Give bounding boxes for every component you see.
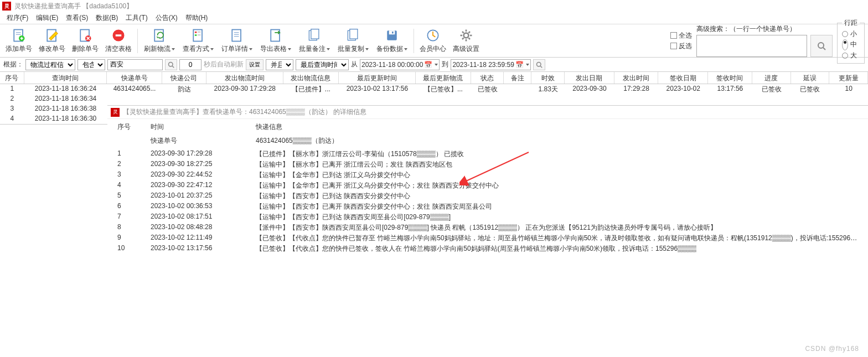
- filter-and-select[interactable]: 并且: [266, 59, 293, 70]
- svg-rect-11: [195, 32, 197, 33]
- detail-seq: 7: [112, 212, 145, 223]
- table-row[interactable]: 12023-11-18 16:36:244631424065...韵达2023-…: [0, 84, 868, 94]
- detail-row[interactable]: 52023-10-01 20:37:25【运输中】【西安市】已到达 陕西西安分拨…: [112, 191, 864, 201]
- tb-edit[interactable]: 修改单号: [37, 27, 68, 55]
- detail-time: 2023-10-02 08:48:28: [145, 223, 250, 233]
- grid-col-header[interactable]: 签收时间: [708, 72, 752, 84]
- menu-notice[interactable]: 公告(X): [152, 12, 181, 24]
- menu-data[interactable]: 数据(B): [92, 12, 121, 24]
- tb-member-label: 会员中心: [420, 44, 446, 54]
- tb-batchcopy[interactable]: 批量复制: [335, 27, 371, 55]
- filter-field-select[interactable]: 物流过程信息: [25, 59, 75, 70]
- detail-row[interactable]: 102023-10-02 13:17:56【已签收】【代收点】您的快件已签收，签…: [112, 244, 864, 254]
- tb-detail[interactable]: 订单详情: [219, 27, 255, 55]
- grid-col-header[interactable]: 更新量: [829, 72, 868, 84]
- detail-seq: 6: [112, 201, 145, 212]
- tb-viewmode[interactable]: 查看方式: [180, 27, 216, 55]
- filter-keyword-input[interactable]: [107, 59, 163, 70]
- table-cell: 13:17:56: [708, 84, 752, 94]
- detail-row[interactable]: 72023-10-02 08:17:51【运输中】【西安市】已到达 陕西西安周至…: [112, 212, 864, 223]
- date-search-button[interactable]: [533, 59, 545, 70]
- detail-row[interactable]: 42023-09-30 22:47:12【运输中】【金华市】已离开 浙江义乌分拨…: [112, 180, 864, 191]
- grid-col-header[interactable]: 进度: [752, 72, 791, 84]
- grid-col-header[interactable]: 快递公司: [162, 72, 206, 84]
- detail-row[interactable]: 62023-10-02 00:36:53【运输中】【西安市】已离开 陕西西安分拨…: [112, 201, 864, 212]
- tb-delete[interactable]: 删除单号: [70, 27, 101, 55]
- tb-export[interactable]: 导出表格: [257, 27, 294, 55]
- detail-time: 2023-10-02 00:36:53: [145, 201, 250, 212]
- filter-lastfield-select[interactable]: 最后查询时间: [296, 59, 349, 70]
- settings-icon: [458, 28, 474, 43]
- table-row[interactable]: 22023-11-18 16:36:34: [0, 94, 868, 104]
- menu-tools[interactable]: 工具(T): [122, 12, 151, 24]
- detail-seq: 3: [112, 170, 145, 180]
- adv-search-input[interactable]: [696, 35, 807, 57]
- view-icon: [190, 28, 206, 43]
- detail-msg: 【已揽件】【丽水市】浙江缙云公司-李菊仙（1510578▒▒▒▒） 已揽收: [250, 149, 864, 159]
- menu-view[interactable]: 查看(S): [63, 12, 91, 24]
- linespace-mid[interactable]: 中: [842, 39, 860, 50]
- detail-time: 2023-09-30 18:27:25: [145, 159, 250, 170]
- filter-search-button[interactable]: [165, 59, 177, 70]
- grid-col-header[interactable]: 最后更新物流: [416, 72, 471, 84]
- backup-icon: [384, 28, 400, 43]
- grid-col-header[interactable]: 状态: [471, 72, 504, 84]
- grid-col-header[interactable]: 延误: [791, 72, 830, 84]
- menu-program[interactable]: 程序(F): [3, 12, 32, 24]
- autorefresh-set-button[interactable]: 设置: [246, 59, 264, 70]
- batchcopy-icon: [345, 28, 361, 43]
- grid-col-header[interactable]: 备注: [504, 72, 531, 84]
- detail-row[interactable]: 92023-10-02 12:11:49【已签收】【代收点】您的快件已暂存至 竹…: [112, 233, 864, 244]
- menu-edit[interactable]: 编辑(E): [33, 12, 61, 24]
- svg-rect-15: [232, 30, 241, 42]
- adv-search-button[interactable]: [810, 35, 833, 57]
- grid-col-header[interactable]: 序号: [0, 72, 24, 84]
- date-to-input[interactable]: 2023-11-18 23:59:59📅: [451, 59, 530, 70]
- grid-col-header[interactable]: 发出物流信息: [283, 72, 339, 84]
- search-icon: [168, 61, 174, 68]
- detail-msg: 【运输中】【西安市】已离开 陕西西安分拨交付中心；发往 陕西西安周至县公司: [250, 201, 864, 212]
- detail-time: 2023-09-30 17:29:28: [145, 149, 250, 159]
- tb-member[interactable]: 会员中心: [417, 27, 448, 55]
- grid-col-header[interactable]: 查询时间: [24, 72, 107, 84]
- table-cell: 17:29:28: [614, 84, 659, 94]
- detail-row[interactable]: 82023-10-02 08:48:28【派件中】【西安市】陕西西安周至县公司[…: [112, 223, 864, 233]
- table-cell: [504, 84, 531, 94]
- autorefresh-seconds[interactable]: [179, 59, 202, 70]
- tb-settings[interactable]: 高级设置: [451, 27, 482, 55]
- tb-add[interactable]: 添加单号: [3, 27, 34, 55]
- linespace-big[interactable]: 大: [842, 51, 860, 60]
- table-cell: 1: [0, 84, 24, 94]
- grid-col-header[interactable]: 最后更新时间: [339, 72, 416, 84]
- clear-icon: [111, 28, 126, 43]
- tb-refresh[interactable]: 刷新物流: [141, 27, 178, 55]
- grid-col-header[interactable]: 发出日期: [565, 72, 614, 84]
- date-from-input[interactable]: 2023-11-18 00:00:00📅: [360, 59, 440, 70]
- window-title: 灵软快递批量查询高手 【dadada5100】: [14, 2, 133, 11]
- menu-help[interactable]: 帮助(H): [182, 12, 211, 24]
- tb-backup[interactable]: 备份数据: [374, 27, 410, 55]
- grid-col-header[interactable]: 签收日期: [658, 72, 708, 84]
- select-all[interactable]: 全选: [670, 31, 692, 40]
- invert-select[interactable]: 反选: [670, 42, 692, 51]
- batchnote-icon: [307, 28, 322, 43]
- grid-col-header[interactable]: 时效: [531, 72, 565, 84]
- grid-col-header[interactable]: 发出时间: [614, 72, 659, 84]
- detail-row[interactable]: 22023-09-30 18:27:25【运输中】【丽水市】已离开 浙江缙云公司…: [112, 159, 864, 170]
- table-cell: [565, 94, 614, 104]
- linespace-small[interactable]: 小: [842, 29, 860, 39]
- svg-line-43: [540, 66, 542, 68]
- tb-backup-label: 备份数据: [376, 44, 407, 54]
- detail-msg: 【运输中】【金华市】已离开 浙江义乌分拨交付中心；发往 陕西西安分拨交付中心: [250, 180, 864, 191]
- table-cell: [107, 94, 162, 104]
- detail-msg: 【运输中】【西安市】已到达 陕西西安周至县公司[029-879▒▒▒▒]: [250, 212, 864, 223]
- tb-batchnote[interactable]: 批量备注: [296, 27, 333, 55]
- detail-row[interactable]: 32023-09-30 22:44:52【运输中】【金华市】已到达 浙江义乌分拨…: [112, 170, 864, 180]
- tb-clear[interactable]: 清空表格: [103, 27, 134, 55]
- export-icon: [268, 28, 283, 43]
- grid-col-header[interactable]: 快递单号: [107, 72, 162, 84]
- detail-row[interactable]: 12023-09-30 17:29:28【已揽件】【丽水市】浙江缙云公司-李菊仙…: [112, 149, 864, 159]
- filter-op-select[interactable]: 包含: [78, 59, 105, 70]
- grid-col-header[interactable]: 发出物流时间: [206, 72, 283, 84]
- table-cell: [791, 94, 830, 104]
